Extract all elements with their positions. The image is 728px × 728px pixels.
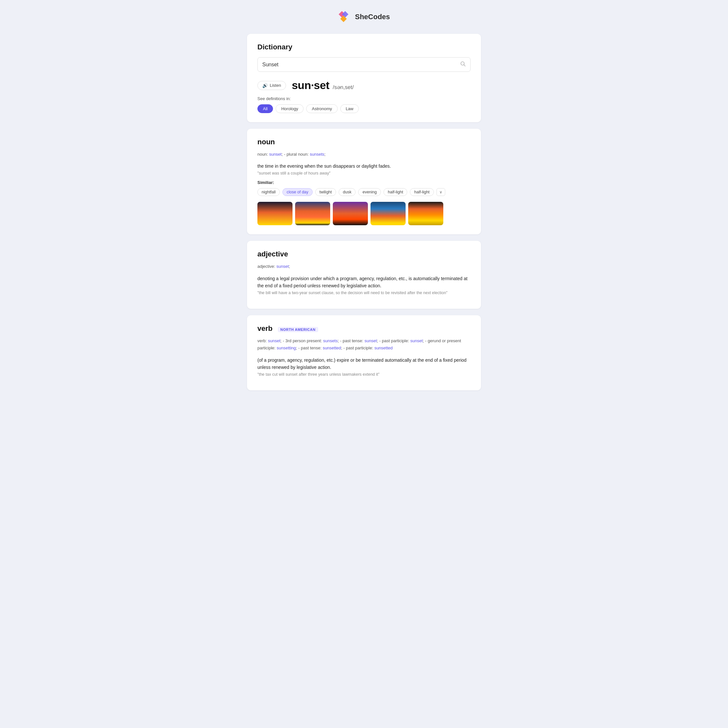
noun-link-sunset[interactable]: sunset — [269, 152, 281, 157]
listen-word-row: 🔊 Listen sun·set /sən,set/ — [257, 79, 471, 92]
adjective-meta: adjective: sunset; — [257, 263, 471, 270]
svg-line-4 — [464, 65, 465, 66]
sunset-image-2 — [295, 202, 330, 225]
tag-half-light-2: half-light — [410, 188, 434, 196]
word-main: sun·set — [292, 79, 330, 91]
tab-horology[interactable]: Horology — [275, 104, 304, 113]
noun-link-sunsets[interactable]: sunsets — [310, 152, 324, 157]
noun-definition: the time in the evening when the sun dis… — [257, 162, 471, 170]
listen-label: Listen — [270, 83, 281, 88]
sunset-image-3 — [333, 202, 368, 225]
tag-nightfall: nightfall — [257, 188, 280, 196]
header-card: Dictionary 🔊 Listen sun·set /sən,set/ Se… — [247, 34, 481, 122]
search-box — [257, 57, 471, 72]
word-phonetic: /sən,set/ — [333, 84, 354, 90]
noun-example: "sunset was still a couple of hours away… — [257, 171, 471, 176]
tag-half-light-1: half-light — [384, 188, 407, 196]
verb-link-sunset2[interactable]: sunset — [365, 338, 377, 343]
see-defs-label: See definitions in: — [257, 96, 471, 101]
adjective-definition: denoting a legal provision under which a… — [257, 275, 471, 289]
filter-tabs: All Horology Astronomy Law — [257, 104, 471, 113]
sunset-image-5 — [408, 202, 443, 225]
sunset-images-row — [257, 202, 471, 225]
tag-twilight: twilight — [315, 188, 336, 196]
sunset-image-4 — [370, 202, 405, 225]
tag-dusk: dusk — [339, 188, 356, 196]
verb-link-sunset3[interactable]: sunset — [410, 338, 422, 343]
verb-example: "the tax cut will sunset after three yea… — [257, 372, 471, 377]
adj-link-sunset[interactable]: sunset — [277, 264, 289, 269]
verb-definition: (of a program, agency, regulation, etc.)… — [257, 356, 471, 371]
listen-button[interactable]: 🔊 Listen — [257, 81, 286, 90]
verb-link-sunsetted1[interactable]: sunsetted — [323, 346, 341, 350]
similiar-tags: nightfall close of day twilight dusk eve… — [257, 188, 471, 196]
word-display: sun·set /sən,set/ — [292, 79, 354, 92]
search-button[interactable] — [460, 61, 466, 68]
logo-area: SheCodes — [6, 10, 722, 24]
logo-icon — [338, 10, 352, 24]
verb-badge: NORTH AMERICAN — [278, 327, 318, 332]
tab-all[interactable]: All — [257, 104, 273, 113]
search-icon — [460, 61, 466, 67]
tab-law[interactable]: Law — [340, 104, 359, 113]
similiar-label: Similiar: — [257, 180, 471, 185]
verb-link-sunsetting[interactable]: sunsetting — [277, 346, 296, 350]
adjective-example: "the bill will have a two-year sunset cl… — [257, 291, 471, 295]
pos-noun-title: noun — [257, 138, 471, 146]
adjective-card: adjective adjective: sunset; denoting a … — [247, 241, 481, 309]
search-input[interactable] — [262, 62, 460, 67]
noun-card: noun noun: sunset; - plural noun: sunset… — [247, 129, 481, 234]
speaker-icon: 🔊 — [262, 83, 268, 88]
verb-link-sunsets[interactable]: sunsets — [323, 338, 338, 343]
sunset-image-1 — [257, 202, 292, 225]
verb-link-sunsetted2[interactable]: sunsetted — [375, 346, 393, 350]
verb-meta: verb: sunset; - 3rd person present: suns… — [257, 337, 471, 352]
tag-evening: evening — [358, 188, 381, 196]
tag-close-of-day: close of day — [283, 188, 313, 196]
noun-meta: noun: sunset; - plural noun: sunsets; — [257, 151, 471, 158]
verb-card: verb NORTH AMERICAN verb: sunset; - 3rd … — [247, 315, 481, 390]
tab-astronomy[interactable]: Astronomy — [306, 104, 337, 113]
verb-link-sunset1[interactable]: sunset — [268, 338, 280, 343]
expand-similiar-button[interactable]: ∨ — [436, 188, 445, 196]
logo-text: SheCodes — [355, 13, 390, 21]
pos-adjective-title: adjective — [257, 250, 471, 258]
page-title: Dictionary — [257, 43, 471, 51]
pos-verb-title: verb NORTH AMERICAN — [257, 324, 471, 333]
